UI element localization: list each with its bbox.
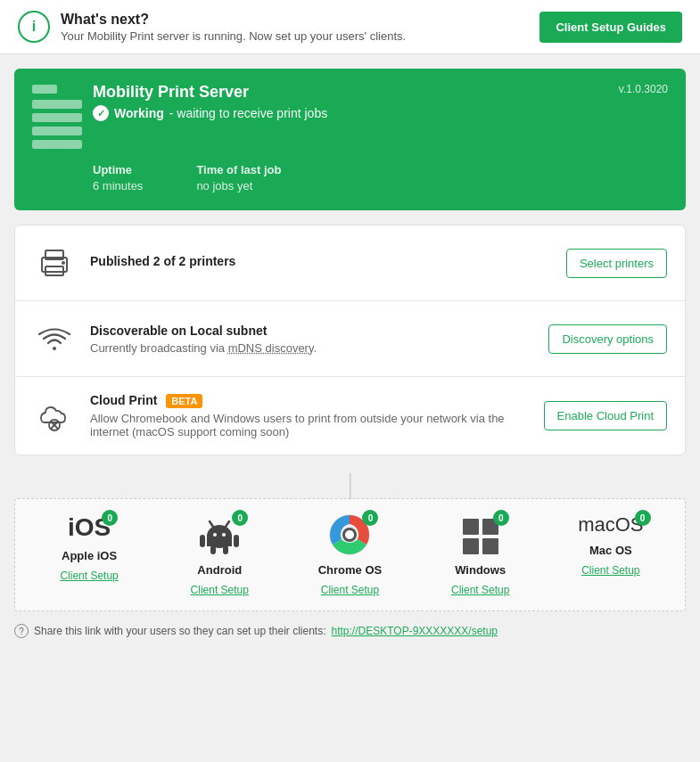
server-icon-bar-1 (32, 100, 82, 109)
platform-section: iOS 0 Apple iOS Client Setup (14, 473, 686, 611)
svg-rect-17 (210, 545, 216, 554)
chromeos-badge: 0 (362, 510, 378, 526)
discovery-action: Discovery options (548, 324, 667, 354)
svg-point-11 (213, 533, 217, 537)
ios-icon-wrap: iOS 0 (68, 513, 111, 542)
printers-content: Published 2 of 2 printers (90, 254, 552, 272)
uptime-label: Uptime (93, 163, 143, 176)
top-banner-left: i What's next? Your Mobility Print serve… (18, 11, 406, 43)
printers-panel: Published 2 of 2 printers Select printer… (15, 225, 685, 301)
enable-cloud-print-button[interactable]: Enable Cloud Print (544, 401, 667, 430)
printers-icon (33, 242, 76, 284)
android-icon-wrap: 0 (198, 513, 241, 556)
macos-client-setup-link[interactable]: Client Setup (581, 564, 639, 577)
cloudprint-subtitle: Allow Chromebook and Windows users to pr… (90, 412, 530, 438)
beta-badge: BETA (166, 394, 202, 408)
footer-question-icon: ? (14, 624, 29, 638)
svg-rect-18 (223, 545, 228, 554)
info-icon: i (18, 11, 50, 43)
chromeos-platform-name: Chrome OS (318, 563, 383, 577)
server-version: v.1.0.3020 (619, 83, 668, 95)
panels-container: Published 2 of 2 printers Select printer… (14, 225, 686, 455)
footer-setup-link[interactable]: http://DESKTOP-9XXXXXXX/setup (332, 625, 498, 637)
footer-note-prefix: Share this link with your users so they … (34, 625, 326, 637)
android-client-setup-link[interactable]: Client Setup (191, 584, 249, 596)
last-job-stat: Time of last job no jobs yet (196, 163, 281, 193)
footer-note: ? Share this link with your users so the… (14, 624, 686, 638)
cloudprint-icon (33, 395, 76, 438)
windows-badge: 0 (493, 510, 509, 526)
chromeos-client-setup-link[interactable]: Client Setup (321, 584, 379, 596)
working-check-icon (93, 105, 109, 121)
ios-client-setup-link[interactable]: Client Setup (60, 569, 118, 582)
android-platform-name: Android (197, 563, 242, 577)
platform-item-chromeos: 0 Chrome OS Client Setup (296, 513, 403, 596)
server-icon (32, 83, 82, 151)
windows-client-setup-link[interactable]: Client Setup (451, 584, 509, 596)
server-icon-bar-top (32, 85, 57, 94)
server-status-card: Mobility Print Server Working - waiting … (14, 69, 686, 210)
cloudprint-content: Cloud Print BETA Allow Chromebook and Wi… (90, 393, 530, 438)
platform-item-windows: 0 Windows Client Setup (427, 513, 534, 596)
ios-platform-name: Apple iOS (62, 549, 117, 562)
android-badge: 0 (232, 510, 248, 526)
platform-item-macos: macOS 0 Mac OS Client Setup (557, 513, 664, 577)
server-icon-bar-2 (32, 113, 82, 122)
svg-rect-24 (463, 538, 479, 554)
macos-badge: 0 (635, 510, 651, 526)
discovery-panel: Discoverable on Local subnet Currently b… (15, 301, 685, 377)
svg-point-4 (53, 347, 56, 350)
status-detail: - waiting to receive print jobs (169, 106, 327, 120)
cloudprint-title: Cloud Print BETA (90, 393, 530, 408)
svg-rect-15 (200, 535, 205, 547)
server-card-header: Mobility Print Server Working - waiting … (32, 83, 668, 151)
status-working-label: Working (114, 106, 164, 120)
cloudprint-action: Enable Cloud Print (544, 401, 667, 430)
printers-action: Select printers (566, 249, 667, 278)
svg-rect-22 (463, 519, 479, 535)
discovery-options-button[interactable]: Discovery options (548, 324, 667, 354)
chrome-icon-wrap: 0 (328, 513, 371, 556)
discovery-subtitle: Currently broadcasting via mDNS discover… (90, 341, 534, 355)
server-info: Mobility Print Server Working - waiting … (93, 83, 327, 121)
discovery-title: Discoverable on Local subnet (90, 324, 534, 338)
printers-title: Published 2 of 2 printers (90, 254, 552, 268)
select-printers-button[interactable]: Select printers (566, 249, 667, 278)
last-job-label: Time of last job (196, 163, 281, 176)
svg-point-3 (62, 261, 65, 265)
server-icon-bar-4 (32, 140, 82, 149)
server-status-row: Working - waiting to receive print jobs (93, 105, 327, 121)
whats-next-title: What's next? (61, 12, 406, 28)
svg-rect-25 (482, 538, 498, 554)
platform-diagram: iOS 0 Apple iOS Client Setup (14, 498, 686, 611)
whats-next-subtitle: Your Mobility Print server is running. N… (61, 29, 406, 43)
last-job-value: no jobs yet (196, 179, 281, 193)
svg-rect-16 (234, 535, 239, 547)
macos-icon: macOS (578, 513, 643, 537)
macos-icon-wrap: macOS 0 (578, 513, 643, 537)
svg-point-21 (345, 530, 354, 539)
svg-point-12 (222, 533, 226, 537)
windows-icon-wrap: 0 (459, 513, 502, 556)
server-icon-bar-3 (32, 127, 82, 135)
top-banner-text: What's next? Your Mobility Print server … (61, 12, 406, 43)
discovery-icon (33, 317, 76, 360)
ios-badge: 0 (102, 510, 118, 526)
uptime-stat: Uptime 6 minutes (93, 163, 143, 193)
cloudprint-panel: Cloud Print BETA Allow Chromebook and Wi… (15, 377, 685, 455)
server-stats: Uptime 6 minutes Time of last job no job… (93, 163, 668, 193)
macos-platform-name: Mac OS (589, 544, 632, 557)
windows-platform-name: Windows (455, 563, 506, 577)
platform-item-android: 0 Android Client Setup (166, 513, 273, 596)
mdns-text: mDNS discovery (228, 341, 314, 355)
top-banner: i What's next? Your Mobility Print serve… (0, 0, 700, 54)
client-setup-guides-button[interactable]: Client Setup Guides (539, 12, 682, 43)
uptime-value: 6 minutes (93, 179, 143, 193)
svg-line-14 (226, 521, 229, 527)
discovery-content: Discoverable on Local subnet Currently b… (90, 324, 534, 355)
svg-line-13 (210, 521, 213, 527)
server-card-left: Mobility Print Server Working - waiting … (32, 83, 327, 151)
server-title: Mobility Print Server (93, 83, 327, 102)
platform-item-ios: iOS 0 Apple iOS Client Setup (36, 513, 143, 582)
